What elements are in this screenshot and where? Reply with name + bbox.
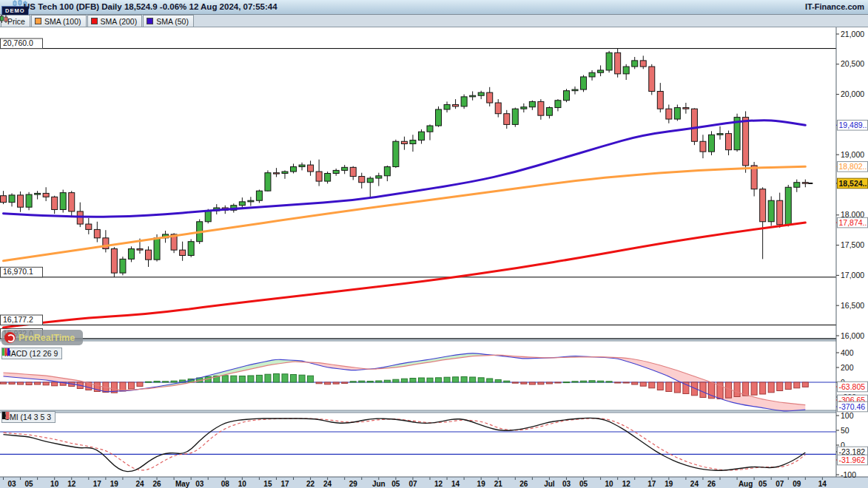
svg-text:Aug: Aug: [739, 480, 753, 488]
svg-text:26: 26: [152, 480, 161, 488]
swatch-icon: [147, 18, 153, 24]
y-axis: 21,00020,50020,00019,00018,00017,50017,0…: [836, 27, 868, 479]
svg-text:17,874..: 17,874..: [839, 218, 867, 227]
svg-text:24: 24: [323, 480, 332, 488]
smi-legend-label: SMI (14 3 5 3: [4, 413, 51, 421]
brand-link[interactable]: IT-Finance.com: [805, 2, 864, 11]
axis-value-label: 18,802..: [836, 162, 868, 172]
svg-text:21,000: 21,000: [841, 30, 864, 38]
svg-text:10: 10: [50, 480, 59, 488]
smi-line: [4, 418, 806, 471]
svg-text:26: 26: [707, 480, 716, 488]
svg-text:50: 50: [841, 426, 850, 435]
svg-text:05: 05: [579, 480, 588, 488]
svg-text:18,524..: 18,524..: [839, 179, 867, 188]
svg-text:-31.962: -31.962: [839, 455, 866, 464]
legend-label: SMA (200): [101, 17, 138, 26]
svg-text:18,802..: 18,802..: [839, 162, 867, 171]
swatch-icon: [35, 18, 41, 24]
svg-text:-370.46: -370.46: [839, 402, 866, 411]
svg-text:17,000: 17,000: [841, 271, 864, 279]
prorealtime-watermark: ProRealTime: [1, 330, 83, 345]
svg-text:10: 10: [605, 480, 614, 488]
svg-text:17: 17: [93, 480, 102, 488]
chart-canvas[interactable]: 0305101217192426May0308101517222429Jun05…: [0, 0, 868, 488]
panel-separator[interactable]: [0, 410, 836, 413]
smi-signal-line: [4, 418, 806, 470]
swatch-icon: [91, 18, 98, 24]
overlay-sma-100: [4, 166, 806, 260]
svg-text:19: 19: [477, 480, 486, 488]
svg-text:17: 17: [280, 480, 289, 488]
svg-text:20,000: 20,000: [841, 89, 864, 98]
svg-text:Jun: Jun: [372, 480, 386, 488]
svg-text:16,177.2: 16,177.2: [3, 315, 33, 324]
x-axis: 0305101217192426May0308101517222429Jun05…: [0, 477, 868, 488]
legend-price[interactable]: Price: [1, 15, 30, 27]
svg-text:14: 14: [451, 480, 460, 488]
svg-text:05: 05: [391, 480, 400, 488]
svg-text:07: 07: [408, 480, 417, 488]
axis-value-label: -370.46: [836, 401, 868, 412]
svg-text:-63.805: -63.805: [839, 382, 866, 391]
svg-text:16,500: 16,500: [841, 301, 864, 310]
legend-sma-200[interactable]: SMA (200): [87, 15, 143, 27]
svg-text:17: 17: [647, 480, 656, 488]
svg-text:05: 05: [25, 480, 34, 488]
svg-text:08: 08: [221, 480, 230, 488]
svg-text:19,489..: 19,489..: [839, 121, 867, 129]
svg-text:16,970.1: 16,970.1: [3, 267, 33, 276]
axis-value-label: -31.962: [836, 455, 868, 465]
macd-legend-button[interactable]: MACD (12 26 9: [1, 348, 62, 359]
macd-icon: [2, 348, 10, 356]
level-label: 16,177.2: [1, 315, 43, 325]
svg-text:29: 29: [349, 480, 358, 488]
svg-text:26: 26: [519, 480, 528, 488]
legend-sma-50[interactable]: SMA (50): [143, 15, 194, 27]
price-level-lines: [0, 49, 836, 339]
smi-icon: [2, 412, 10, 419]
svg-text:Jul: Jul: [544, 480, 555, 488]
axis-value-label: 17,874..: [836, 217, 868, 228]
svg-text:19: 19: [665, 480, 673, 488]
overlay-sma-200: [4, 223, 806, 328]
svg-text:15: 15: [263, 480, 272, 488]
instrument-title: US Tech 100 (DFB) Daily 18,524.9 -0.06% …: [24, 2, 277, 11]
svg-text:14: 14: [818, 480, 827, 488]
svg-text:400: 400: [841, 348, 854, 357]
svg-text:21: 21: [494, 480, 503, 488]
svg-text:17,500: 17,500: [841, 240, 864, 249]
smi-panel[interactable]: [0, 418, 836, 471]
legend-label: SMA (100): [44, 17, 81, 26]
svg-text:-100: -100: [841, 470, 856, 479]
prorealtime-logo-icon: [4, 332, 16, 343]
svg-text:10: 10: [238, 480, 247, 488]
axis-value-label: 19,489..: [836, 120, 868, 130]
level-label: 16,970.1: [1, 267, 43, 277]
svg-text:22: 22: [306, 480, 315, 488]
axis-value-label: -63.805: [836, 382, 868, 392]
title-bar: DEMO US Tech 100 (DFB) Daily 18,524.9 -0…: [0, 0, 868, 15]
series-legend-bar: PriceSMA (100)SMA (200)SMA (50): [0, 15, 868, 27]
svg-text:24: 24: [135, 480, 144, 488]
svg-text:03: 03: [562, 480, 571, 488]
legend-label: SMA (50): [156, 17, 189, 26]
svg-text:07: 07: [776, 480, 784, 488]
svg-text:03: 03: [195, 480, 204, 488]
svg-text:12: 12: [622, 480, 631, 488]
svg-text:12: 12: [434, 480, 443, 488]
svg-text:20,500: 20,500: [841, 59, 864, 68]
level-label: 20,760.0: [1, 38, 43, 49]
svg-text:20,760.0: 20,760.0: [3, 38, 33, 47]
chart-application: 0305101217192426May0308101517222429Jun05…: [0, 0, 868, 488]
smi-legend-button[interactable]: SMI (14 3 5 3: [1, 411, 55, 423]
svg-text:24: 24: [690, 480, 699, 488]
axis-value-label: 18,524..: [836, 178, 868, 189]
legend-sma-100[interactable]: SMA (100): [31, 15, 87, 27]
svg-text:09: 09: [793, 480, 801, 488]
macd-panel[interactable]: [0, 353, 836, 412]
svg-text:16,000: 16,000: [841, 331, 864, 340]
main-price-panel[interactable]: 20,760.016,970.116,177.215,932.0: [0, 38, 836, 339]
macd-legend-label: MACD (12 26 9: [4, 349, 58, 358]
svg-text:05: 05: [758, 480, 767, 488]
